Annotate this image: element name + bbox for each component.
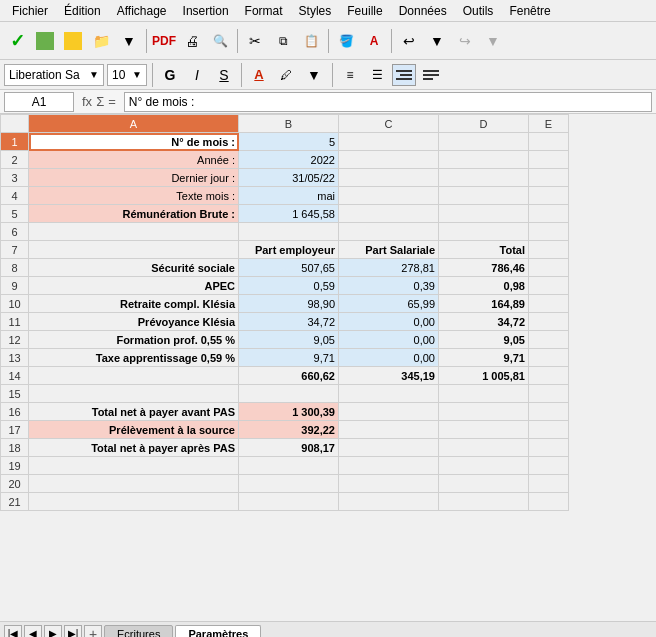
cell-15-c[interactable] [339, 385, 439, 403]
cell-17-a[interactable]: Prélèvement à la source [29, 421, 239, 439]
cell-20-c[interactable] [339, 475, 439, 493]
cell-reference-box[interactable]: A1 [4, 92, 74, 112]
pdf-button[interactable]: PDF [151, 28, 177, 54]
cell-1-b[interactable]: 5 [239, 133, 339, 151]
menu-outils[interactable]: Outils [455, 2, 502, 20]
underline-button[interactable]: S [212, 64, 236, 86]
color-button[interactable]: 🪣 [333, 28, 359, 54]
col-header-a[interactable]: A [29, 115, 239, 133]
cell-6-b[interactable] [239, 223, 339, 241]
cell-20-d[interactable] [439, 475, 529, 493]
cell-9-a[interactable]: APEC [29, 277, 239, 295]
cell-6-e[interactable] [529, 223, 569, 241]
menu-edition[interactable]: Édition [56, 2, 109, 20]
cell-11-e[interactable] [529, 313, 569, 331]
sum-icon[interactable]: Σ [96, 94, 104, 109]
col-header-e[interactable]: E [529, 115, 569, 133]
tab-next-btn[interactable]: ▶ [44, 625, 62, 638]
row-header-13[interactable]: 13 [1, 349, 29, 367]
cell-3-e[interactable] [529, 169, 569, 187]
cell-13-a[interactable]: Taxe apprentissage 0,59 % [29, 349, 239, 367]
cell-9-e[interactable] [529, 277, 569, 295]
cell-19-c[interactable] [339, 457, 439, 475]
cell-1-d[interactable] [439, 133, 529, 151]
cell-10-b[interactable]: 98,90 [239, 295, 339, 313]
cell-16-a[interactable]: Total net à payer avant PAS [29, 403, 239, 421]
formula-input[interactable]: N° de mois : [124, 92, 652, 112]
font-color-button[interactable]: A [361, 28, 387, 54]
row-header-15[interactable]: 15 [1, 385, 29, 403]
cell-4-b[interactable]: mai [239, 187, 339, 205]
font-name-selector[interactable]: Liberation Sa ▼ [4, 64, 104, 86]
menu-donnees[interactable]: Données [391, 2, 455, 20]
cell-16-b[interactable]: 1 300,39 [239, 403, 339, 421]
row-header-6[interactable]: 6 [1, 223, 29, 241]
cell-12-b[interactable]: 9,05 [239, 331, 339, 349]
font-size-selector[interactable]: 10 ▼ [107, 64, 147, 86]
cell-17-b[interactable]: 392,22 [239, 421, 339, 439]
highlight-btn[interactable]: 🖊 [274, 64, 298, 86]
cell-3-c[interactable] [339, 169, 439, 187]
row-header-21[interactable]: 21 [1, 493, 29, 511]
cell-12-d[interactable]: 9,05 [439, 331, 529, 349]
cell-11-a[interactable]: Prévoyance Klésia [29, 313, 239, 331]
cell-19-a[interactable] [29, 457, 239, 475]
cell-3-b[interactable]: 31/05/22 [239, 169, 339, 187]
cell-13-b[interactable]: 9,71 [239, 349, 339, 367]
cell-2-a[interactable]: Année : [29, 151, 239, 169]
col-header-c[interactable]: C [339, 115, 439, 133]
cell-4-a[interactable]: Texte mois : [29, 187, 239, 205]
cell-7-d[interactable]: Total [439, 241, 529, 259]
cell-10-e[interactable] [529, 295, 569, 313]
cell-7-b[interactable]: Part employeur [239, 241, 339, 259]
tab-prev-btn[interactable]: ◀ [24, 625, 42, 638]
menu-fichier[interactable]: Fichier [4, 2, 56, 20]
cell-15-b[interactable] [239, 385, 339, 403]
cell-16-c[interactable] [339, 403, 439, 421]
cell-19-b[interactable] [239, 457, 339, 475]
cell-8-b[interactable]: 507,65 [239, 259, 339, 277]
cell-18-e[interactable] [529, 439, 569, 457]
cell-2-e[interactable] [529, 151, 569, 169]
tab-last-btn[interactable]: ▶| [64, 625, 82, 638]
menu-styles[interactable]: Styles [291, 2, 340, 20]
preview-button[interactable]: 🔍 [207, 28, 233, 54]
row-header-4[interactable]: 4 [1, 187, 29, 205]
menu-insertion[interactable]: Insertion [175, 2, 237, 20]
tab-ecritures[interactable]: Ecritures [104, 625, 173, 638]
equals-icon[interactable]: = [108, 94, 116, 109]
row-header-11[interactable]: 11 [1, 313, 29, 331]
cell-4-e[interactable] [529, 187, 569, 205]
menu-affichage[interactable]: Affichage [109, 2, 175, 20]
cell-17-e[interactable] [529, 421, 569, 439]
cell-13-c[interactable]: 0,00 [339, 349, 439, 367]
undo-dropdown[interactable]: ▼ [424, 28, 450, 54]
tab-parametres[interactable]: Paramètres [175, 625, 261, 638]
cell-20-a[interactable] [29, 475, 239, 493]
save-button[interactable]: ✓ [4, 28, 30, 54]
cell-19-d[interactable] [439, 457, 529, 475]
cell-2-c[interactable] [339, 151, 439, 169]
cell-15-e[interactable] [529, 385, 569, 403]
row-header-9[interactable]: 9 [1, 277, 29, 295]
cell-5-b[interactable]: 1 645,58 [239, 205, 339, 223]
redo-dropdown[interactable]: ▼ [480, 28, 506, 54]
cell-18-a[interactable]: Total net à payer après PAS [29, 439, 239, 457]
cell-17-c[interactable] [339, 421, 439, 439]
cell-5-e[interactable] [529, 205, 569, 223]
cell-14-e[interactable] [529, 367, 569, 385]
cell-4-c[interactable] [339, 187, 439, 205]
row-header-8[interactable]: 8 [1, 259, 29, 277]
cell-21-d[interactable] [439, 493, 529, 511]
cell-14-c[interactable]: 345,19 [339, 367, 439, 385]
bold-button[interactable]: G [158, 64, 182, 86]
cell-8-e[interactable] [529, 259, 569, 277]
template-button[interactable] [60, 28, 86, 54]
col-header-d[interactable]: D [439, 115, 529, 133]
cut-button[interactable]: ✂ [242, 28, 268, 54]
cell-10-c[interactable]: 65,99 [339, 295, 439, 313]
cell-12-c[interactable]: 0,00 [339, 331, 439, 349]
align-center-btn[interactable]: ☰ [365, 64, 389, 86]
cell-4-d[interactable] [439, 187, 529, 205]
cell-21-e[interactable] [529, 493, 569, 511]
